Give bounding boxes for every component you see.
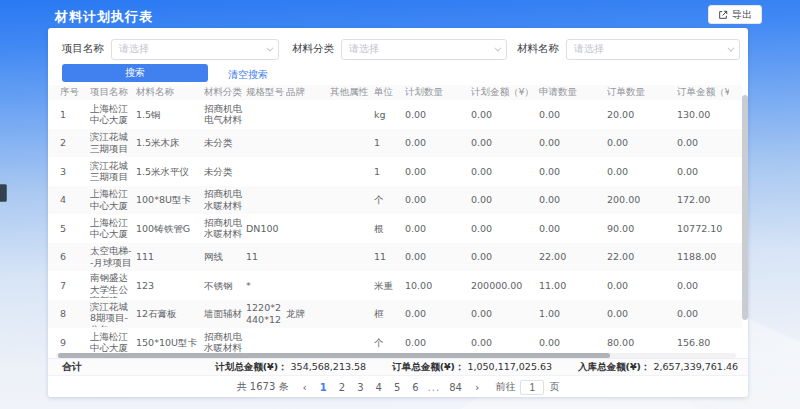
- table-cell: 0.00: [471, 137, 539, 149]
- material-category-select[interactable]: 请选择: [341, 39, 507, 60]
- table-cell: 框: [374, 308, 405, 320]
- table-cell: 0.00: [607, 166, 677, 178]
- table-cell: 12石膏板: [136, 308, 204, 320]
- table-cell: 156.80: [677, 337, 729, 349]
- table-cell: 8: [48, 308, 90, 320]
- summary-total-item: 订单总金额(¥)： 1,050,117,025.63: [392, 361, 552, 374]
- pagination-bar: 共 1673 条 ‹ 123456...84 › 前往 页: [48, 378, 748, 396]
- table-row: 1上海松江中心大厦1.5铜招商机电 电气材料kg0.000.000.0020.0…: [48, 100, 742, 129]
- table-cell: 1: [48, 109, 90, 121]
- table-cell: 2: [48, 137, 90, 149]
- project-name-select[interactable]: 请选择: [111, 39, 279, 60]
- table-cell: 0.00: [677, 137, 729, 149]
- vertical-scrollbar[interactable]: [742, 85, 748, 357]
- material-name-select[interactable]: 请选择: [566, 39, 740, 60]
- page-number-1[interactable]: 1: [317, 382, 330, 393]
- table-cell: 上海松江中心大厦: [90, 103, 136, 126]
- table-cell: 不锈钢: [204, 280, 246, 292]
- page-number-2[interactable]: 2: [336, 382, 348, 393]
- table-cell: 网线: [204, 251, 246, 263]
- table-cell: 0.00: [539, 166, 607, 178]
- table-cell: 墙面辅材: [204, 308, 246, 320]
- table-row: 4上海松江中心大厦100*8U型卡招商机电 水暖材料个0.000.000.002…: [48, 186, 742, 215]
- filter-bar: 项目名称 请选择 材料分类 请选择 材料名称 请选择: [62, 38, 737, 60]
- table-cell: 123: [136, 280, 204, 292]
- table-cell: 0.00: [607, 308, 677, 320]
- clear-search-link[interactable]: 清空搜索: [228, 68, 268, 82]
- table-cell: 上海松江中心大厦: [90, 331, 136, 354]
- table-cell: 0.00: [471, 223, 539, 235]
- table-cell: 招商机电 水暖材料: [204, 188, 246, 211]
- table-cell: 0.00: [539, 337, 607, 349]
- vertical-scrollbar-thumb[interactable]: [742, 95, 748, 320]
- table-cell: 龙牌: [286, 308, 330, 320]
- table-cell: 11: [374, 251, 405, 263]
- prev-page-icon[interactable]: ‹: [300, 381, 308, 394]
- pagination-total: 共 1673 条: [237, 380, 289, 394]
- table-cell: 1: [374, 166, 405, 178]
- table-row: 7南钢盛达大学生公寓新建123不锈钢*米重10.00200000.0011.00…: [48, 271, 742, 300]
- table-cell: 招商机电 水暖材料: [204, 331, 246, 354]
- table-cell: 0.00: [471, 194, 539, 206]
- page-number-3[interactable]: 3: [354, 382, 366, 393]
- table-cell: 172.00: [677, 194, 729, 206]
- column-header: 其他属性: [330, 85, 374, 100]
- goto-unit: 页: [549, 380, 559, 394]
- table-cell: 上海松江中心大厦: [90, 217, 136, 240]
- table-cell: 0.00: [405, 308, 471, 320]
- page-number-84[interactable]: 84: [446, 382, 465, 393]
- page-number-4[interactable]: 4: [373, 382, 385, 393]
- content-card: 项目名称 请选择 材料分类 请选择 材料名称 请选择 搜索 清空搜索 序号项目名…: [48, 28, 748, 397]
- drawer-handle[interactable]: [0, 184, 7, 202]
- summary-totals: 计划总金额(¥)： 354,568,213.58订单总金额(¥)： 1,050,…: [215, 361, 738, 374]
- column-header: 材料分类: [204, 85, 246, 100]
- table-cell: 80.00: [607, 337, 677, 349]
- table-cell: 0.00: [539, 109, 607, 121]
- table-cell: 滨江花城8期项目-分包: [90, 301, 136, 327]
- page-number-5[interactable]: 5: [391, 382, 403, 393]
- table-cell: 200.00: [607, 194, 677, 206]
- summary-label: 合计: [62, 360, 82, 374]
- table-row: 6太空电梯--月球项目111网线11110.000.0022.0022.0011…: [48, 243, 742, 272]
- export-icon: [718, 10, 728, 20]
- table-cell: 个: [374, 337, 405, 349]
- table-row: 5上海松江中心大厦100铸铁管G招商机电 水暖材料DN100根0.000.000…: [48, 214, 742, 243]
- summary-total-item: 入库总金额(¥)： 2,657,339,761.46: [578, 361, 738, 374]
- page-numbers: 123456...84: [317, 382, 465, 393]
- goto-page-input[interactable]: [520, 380, 544, 395]
- table-cell: 20.00: [607, 109, 677, 121]
- table-cell: kg: [374, 109, 405, 121]
- page-number-6[interactable]: 6: [409, 382, 421, 393]
- column-header: 材料名称: [136, 85, 204, 100]
- export-button[interactable]: 导出: [708, 5, 762, 24]
- chevron-down-icon: [266, 44, 273, 51]
- select-placeholder: 请选择: [574, 42, 604, 56]
- column-header: 申请数量: [539, 85, 607, 100]
- table-cell: 5: [48, 223, 90, 235]
- table-cell: 太空电梯--月球项目: [90, 245, 136, 268]
- next-page-icon[interactable]: ›: [473, 381, 481, 394]
- table-cell: 0.00: [471, 308, 539, 320]
- table-cell: 11.00: [539, 280, 607, 292]
- table-cell: 0.00: [607, 280, 677, 292]
- table-cell: 0.00: [405, 223, 471, 235]
- table-cell: 6: [48, 251, 90, 263]
- filter-material-category: 材料分类 请选择: [292, 38, 507, 60]
- table-cell: 0.00: [405, 166, 471, 178]
- table-cell: 9: [48, 337, 90, 349]
- table-cell: 1.5米木床: [136, 137, 204, 149]
- goto-page: 前往 页: [495, 380, 559, 395]
- table-cell: 0.00: [677, 166, 729, 178]
- export-label: 导出: [732, 8, 752, 22]
- summary-row: 合计 计划总金额(¥)： 354,568,213.58订单总金额(¥)： 1,0…: [48, 358, 748, 376]
- search-button[interactable]: 搜索: [62, 64, 208, 82]
- column-header: 序号: [48, 85, 90, 100]
- table-cell: 3: [48, 166, 90, 178]
- chevron-down-icon: [494, 44, 501, 51]
- table-cell: 米重: [374, 280, 405, 292]
- filter-label: 材料名称: [517, 42, 559, 56]
- select-placeholder: 请选择: [119, 42, 149, 56]
- table-cell: 111: [136, 251, 204, 263]
- table-cell: 4: [48, 194, 90, 206]
- table-cell: 130.00: [677, 109, 729, 121]
